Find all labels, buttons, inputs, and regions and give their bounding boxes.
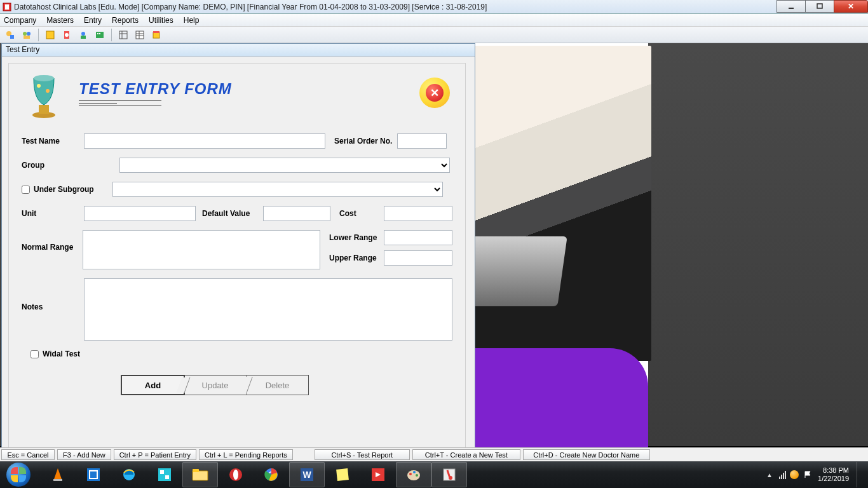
toolbar-icon-9[interactable] [150, 29, 163, 41]
svg-rect-36 [165, 475, 169, 479]
label-cost: Cost [339, 209, 366, 218]
svg-rect-46 [336, 468, 349, 481]
toolbar-icon-3[interactable] [44, 29, 57, 41]
svg-rect-3 [817, 4, 822, 8]
widal-test-checkbox[interactable] [31, 350, 39, 358]
taskbar-app-red[interactable] [360, 462, 396, 487]
shortcut-ctrl-p[interactable]: Ctrl + P = Patient Entry [114, 449, 196, 460]
label-upper-range: Upper Range [329, 254, 384, 262]
under-subgroup-checkbox[interactable] [22, 186, 30, 194]
svg-rect-12 [81, 36, 86, 39]
shortcut-esc[interactable]: Esc = Cancel [1, 449, 55, 460]
tray-date: 1/22/2019 [818, 475, 849, 483]
taskbar-app-cyan[interactable] [147, 462, 182, 487]
svg-rect-37 [193, 471, 208, 480]
svg-point-50 [413, 471, 416, 473]
test-name-input[interactable] [84, 133, 325, 149]
shortcut-f3[interactable]: F3 - Add New [57, 449, 111, 460]
svg-rect-24 [153, 31, 159, 33]
taskbar-explorer[interactable] [182, 462, 218, 487]
menu-help[interactable]: Help [184, 16, 200, 25]
close-button[interactable]: ✕ [834, 0, 868, 13]
toolbar-icon-8[interactable] [133, 29, 146, 41]
svg-point-29 [46, 89, 50, 93]
toolbar-separator [111, 29, 112, 41]
add-button[interactable]: Add [121, 375, 185, 395]
upper-range-input[interactable] [384, 250, 452, 266]
label-default-value: Default Value [202, 209, 258, 218]
svg-point-10 [65, 33, 69, 37]
shortcut-ctrl-s[interactable]: Ctrl+S - Test Report [315, 449, 410, 460]
toolbar-icon-1[interactable] [4, 29, 17, 41]
window-title: Datotahost Clinical Labs [Edu. Mode] [Co… [14, 3, 487, 11]
toolbar-icon-6[interactable] [93, 29, 106, 41]
group-select[interactable] [119, 158, 450, 173]
label-notes: Notes [22, 278, 84, 311]
svg-text:W: W [302, 470, 311, 480]
shortcut-ctrl-l[interactable]: Ctrl + L = Pending Reports [199, 449, 293, 460]
taskbar-current-app[interactable] [431, 462, 467, 487]
toolbar-icon-7[interactable] [117, 29, 130, 41]
antivirus-icon[interactable] [790, 470, 799, 479]
taskbar-word[interactable]: W [289, 462, 325, 487]
taskbar: W ▲ 8:38 PM 1/22/2019 [0, 461, 868, 488]
subgroup-select[interactable] [112, 182, 443, 197]
tray-time: 8:38 PM [818, 466, 849, 475]
start-button[interactable] [1, 462, 36, 487]
menu-utilities[interactable]: Utilities [149, 16, 173, 25]
taskbar-ie[interactable] [111, 462, 147, 487]
cost-input[interactable] [384, 206, 452, 221]
trophy-icon [22, 71, 66, 122]
svg-rect-5 [10, 35, 14, 39]
toolbar-separator [38, 29, 39, 41]
menu-company[interactable]: Company [4, 16, 36, 25]
menu-masters[interactable]: Masters [46, 16, 74, 25]
toolbar-icon-2[interactable] [20, 29, 33, 41]
shortcut-bar: Esc = Cancel F3 - Add New Ctrl + P = Pat… [0, 447, 868, 461]
update-button[interactable]: Update [184, 376, 247, 395]
taskbar-opera[interactable] [218, 462, 254, 487]
show-desktop-button[interactable] [857, 462, 863, 487]
serial-input[interactable] [397, 133, 447, 149]
maximize-button[interactable] [805, 0, 834, 13]
title-underline [79, 100, 232, 106]
taskbar-vlc[interactable] [40, 462, 76, 487]
network-icon[interactable] [779, 470, 786, 479]
flag-icon[interactable] [804, 470, 813, 479]
shortcut-ctrl-t[interactable]: Ctrl+T - Create a New Test [412, 449, 520, 460]
taskbar-app-blue[interactable] [76, 462, 111, 487]
menu-reports[interactable]: Reports [112, 16, 139, 25]
normal-range-input[interactable] [83, 230, 320, 269]
minimize-button[interactable] [776, 0, 806, 13]
delete-button[interactable]: Delete [247, 376, 308, 395]
taskbar-paint[interactable] [396, 462, 431, 487]
svg-rect-19 [136, 31, 144, 39]
svg-rect-16 [119, 31, 127, 39]
svg-rect-9 [46, 31, 54, 39]
unit-input[interactable] [84, 206, 196, 221]
form-panel: TEST ENTRY FORM ✕ Test Name Serial Order… [8, 63, 466, 449]
shortcut-ctrl-d[interactable]: Ctrl+D - Create New Doctor Name [523, 449, 650, 460]
svg-rect-13 [96, 32, 104, 38]
toolbar-icon-5[interactable] [77, 29, 90, 41]
mdi-client-area: ahost.com totahost.com 6 9922604472 Mana… [0, 43, 868, 446]
tray-clock[interactable]: 8:38 PM 1/22/2019 [818, 466, 849, 483]
svg-point-40 [233, 470, 238, 480]
child-window-title: Test Entry [2, 44, 475, 57]
menu-entry[interactable]: Entry [84, 16, 102, 25]
menu-bar: Company Masters Entry Reports Utilities … [0, 14, 868, 27]
notes-input[interactable] [84, 278, 452, 341]
toolbar [0, 27, 868, 43]
svg-point-28 [37, 84, 41, 88]
svg-point-7 [27, 32, 31, 36]
toolbar-icon-4[interactable] [60, 29, 73, 41]
default-value-input[interactable] [263, 206, 330, 221]
show-hidden-icons[interactable]: ▲ [765, 470, 774, 479]
taskbar-chrome[interactable] [254, 462, 289, 487]
form-close-button[interactable]: ✕ [419, 78, 450, 108]
label-unit: Unit [22, 209, 84, 218]
lower-range-input[interactable] [384, 230, 452, 245]
svg-point-51 [416, 474, 418, 477]
taskbar-notes[interactable] [325, 462, 360, 487]
label-group: Group [22, 161, 84, 170]
